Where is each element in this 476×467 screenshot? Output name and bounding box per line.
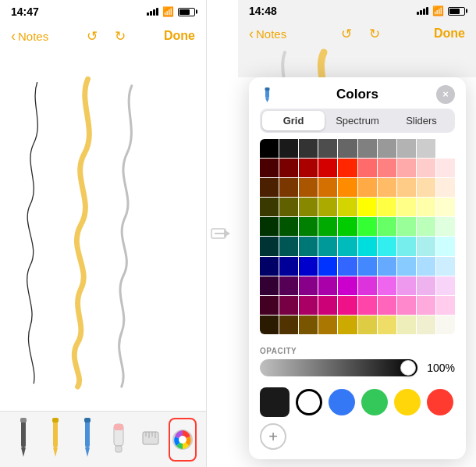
color-cell[interactable] bbox=[338, 257, 357, 276]
color-cell[interactable] bbox=[260, 139, 279, 158]
color-cell[interactable] bbox=[260, 276, 279, 295]
color-cell[interactable] bbox=[299, 237, 318, 255]
color-cell[interactable] bbox=[299, 296, 318, 315]
color-cell[interactable] bbox=[279, 217, 298, 236]
color-cell[interactable] bbox=[397, 276, 416, 295]
color-cell[interactable] bbox=[378, 198, 396, 216]
color-cell[interactable] bbox=[318, 217, 337, 236]
color-cell[interactable] bbox=[260, 198, 279, 216]
color-cell[interactable] bbox=[436, 178, 455, 197]
color-cell[interactable] bbox=[299, 315, 318, 334]
opacity-slider[interactable] bbox=[260, 359, 417, 376]
color-cell[interactable] bbox=[318, 198, 337, 216]
swatch-blue[interactable] bbox=[329, 389, 355, 415]
swatch-circle-outline[interactable] bbox=[296, 389, 322, 415]
color-cell[interactable] bbox=[279, 198, 298, 216]
tool-pen-yellow[interactable] bbox=[41, 418, 69, 462]
color-cell[interactable] bbox=[436, 276, 455, 295]
color-cell[interactable] bbox=[338, 139, 357, 158]
color-cell[interactable] bbox=[260, 296, 279, 315]
color-cell[interactable] bbox=[299, 276, 318, 295]
color-cell[interactable] bbox=[436, 237, 455, 255]
left-done-button[interactable]: Done bbox=[164, 29, 195, 43]
color-cell[interactable] bbox=[358, 237, 377, 255]
color-cell[interactable] bbox=[436, 198, 455, 216]
color-cell[interactable] bbox=[279, 315, 298, 334]
color-cell[interactable] bbox=[338, 178, 357, 197]
color-cell[interactable] bbox=[436, 139, 455, 158]
color-cell[interactable] bbox=[318, 315, 337, 334]
colors-close-button[interactable]: × bbox=[436, 85, 455, 104]
color-cell[interactable] bbox=[378, 276, 396, 295]
color-cell[interactable] bbox=[436, 217, 455, 236]
color-cell[interactable] bbox=[378, 159, 396, 177]
color-cell[interactable] bbox=[417, 159, 435, 177]
color-cell[interactable] bbox=[318, 159, 337, 177]
color-cell[interactable] bbox=[378, 139, 396, 158]
color-cell[interactable] bbox=[358, 198, 377, 216]
color-cell[interactable] bbox=[318, 257, 337, 276]
color-cell[interactable] bbox=[260, 237, 279, 255]
swatch-yellow[interactable] bbox=[394, 389, 421, 415]
right-redo-icon[interactable]: ↻ bbox=[364, 23, 385, 44]
color-cell[interactable] bbox=[417, 276, 435, 295]
right-done-button[interactable]: Done bbox=[434, 27, 465, 41]
tool-pen-dark[interactable] bbox=[9, 418, 37, 462]
color-cell[interactable] bbox=[299, 257, 318, 276]
color-cell[interactable] bbox=[378, 296, 396, 315]
color-cell[interactable] bbox=[397, 198, 416, 216]
color-cell[interactable] bbox=[378, 217, 396, 236]
color-cell[interactable] bbox=[279, 276, 298, 295]
color-cell[interactable] bbox=[338, 237, 357, 255]
color-cell[interactable] bbox=[299, 178, 318, 197]
right-back-button[interactable]: ‹ Notes bbox=[249, 26, 286, 42]
color-cell[interactable] bbox=[397, 315, 416, 334]
color-cell[interactable] bbox=[397, 296, 416, 315]
color-cell[interactable] bbox=[318, 237, 337, 255]
color-cell[interactable] bbox=[260, 217, 279, 236]
tool-color-picker[interactable] bbox=[169, 418, 197, 462]
redo-icon[interactable]: ↻ bbox=[110, 26, 130, 46]
color-cell[interactable] bbox=[279, 178, 298, 197]
color-cell[interactable] bbox=[417, 257, 435, 276]
color-cell[interactable] bbox=[338, 217, 357, 236]
color-cell[interactable] bbox=[338, 315, 357, 334]
color-cell[interactable] bbox=[397, 159, 416, 177]
add-swatch-button[interactable]: + bbox=[260, 423, 286, 450]
swatch-black[interactable] bbox=[260, 387, 290, 417]
color-cell[interactable] bbox=[260, 315, 279, 334]
tab-sliders[interactable]: Sliders bbox=[390, 111, 453, 130]
tool-eraser[interactable] bbox=[105, 418, 133, 462]
color-cell[interactable] bbox=[338, 296, 357, 315]
color-cell[interactable] bbox=[417, 217, 435, 236]
color-cell[interactable] bbox=[397, 178, 416, 197]
right-undo-icon[interactable]: ↺ bbox=[336, 23, 357, 44]
undo-icon[interactable]: ↺ bbox=[82, 26, 102, 46]
color-cell[interactable] bbox=[338, 159, 357, 177]
color-cell[interactable] bbox=[318, 178, 337, 197]
swatch-red[interactable] bbox=[427, 389, 453, 415]
color-cell[interactable] bbox=[417, 139, 435, 158]
color-cell[interactable] bbox=[397, 257, 416, 276]
color-cell[interactable] bbox=[358, 276, 377, 295]
tab-spectrum[interactable]: Spectrum bbox=[326, 111, 389, 130]
color-cell[interactable] bbox=[397, 237, 416, 255]
color-cell[interactable] bbox=[358, 296, 377, 315]
color-cell[interactable] bbox=[338, 198, 357, 216]
color-cell[interactable] bbox=[299, 159, 318, 177]
color-cell[interactable] bbox=[417, 296, 435, 315]
color-cell[interactable] bbox=[299, 198, 318, 216]
color-cell[interactable] bbox=[436, 296, 455, 315]
color-cell[interactable] bbox=[318, 276, 337, 295]
color-cell[interactable] bbox=[260, 257, 279, 276]
color-cell[interactable] bbox=[358, 178, 377, 197]
color-cell[interactable] bbox=[436, 159, 455, 177]
color-cell[interactable] bbox=[279, 257, 298, 276]
color-cell[interactable] bbox=[318, 139, 337, 158]
color-cell[interactable] bbox=[260, 178, 279, 197]
color-cell[interactable] bbox=[279, 296, 298, 315]
color-cell[interactable] bbox=[279, 139, 298, 158]
color-cell[interactable] bbox=[417, 198, 435, 216]
color-cell[interactable] bbox=[358, 217, 377, 236]
color-cell[interactable] bbox=[397, 217, 416, 236]
